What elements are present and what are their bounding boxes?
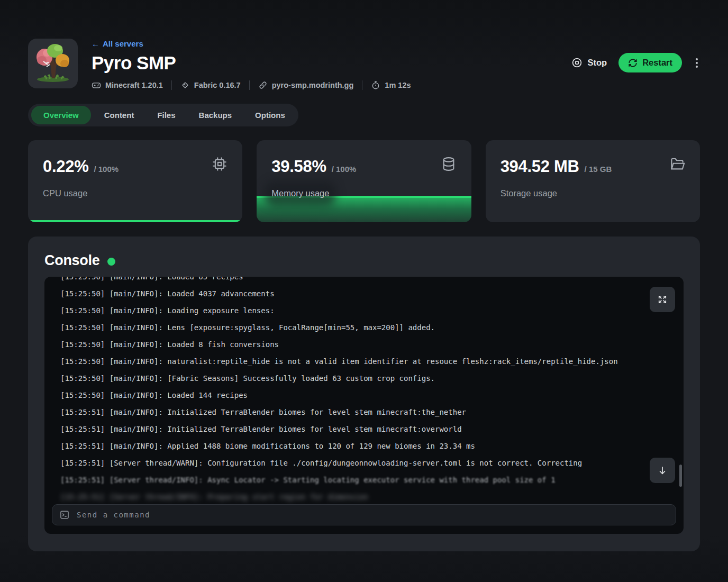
command-row [52,504,676,525]
arrow-down-icon [657,465,668,476]
server-meta-row: Minecraft 1.20.1Fabric 0.16.7pyro-smp.mo… [92,80,411,90]
memory-usage-label: Memory usage [271,188,329,198]
console-log-line: [15:25:51] [Server thread/INFO]: Async L… [60,471,684,488]
console-log-line: [15:25:50] [main/INFO]: naturalist:repti… [60,353,684,370]
console-title-row: Console [44,252,684,269]
tree-logo-icon [31,41,75,86]
cpu-icon [212,156,228,174]
meta-divider [362,80,362,90]
back-arrow-icon: ← [92,39,99,48]
server-avatar [28,39,78,88]
expand-console-button[interactable] [650,287,675,312]
tab-overview[interactable]: Overview [31,106,91,124]
storage-usage-total: / 15 GB [585,165,612,174]
stats-row: 0.22%/ 100%CPU usage39.58%/ 100%Memory u… [28,140,700,222]
loader-icon [180,80,190,90]
console-log-line: [15:25:51] [Server thread/WARN]: Configu… [60,454,684,471]
fullscreen-icon [657,294,668,305]
console-log-line: [15:25:51] [main/INFO]: Initialized Terr… [60,404,684,421]
scroll-to-bottom-button[interactable] [650,458,675,483]
memory-usage-total: / 100% [332,165,357,174]
console-log-line: [15:25:50] [main/INFO]: Loaded 4037 adva… [60,285,684,302]
cpu-usage-card: 0.22%/ 100%CPU usage [28,140,242,222]
storage-usage-label: Storage usage [501,188,557,198]
tabs-bar: OverviewContentFilesBackupsOptions [28,104,298,126]
server-meta-item[interactable]: pyro-smp.modrinth.gg [258,80,354,90]
console-log-line: [15:25:51] [main/INFO]: Initialized Terr… [60,421,684,438]
tab-files[interactable]: Files [147,106,185,124]
cpu-usage-total: / 100% [94,165,119,174]
memory-usage-value: 39.58% [271,157,326,176]
link-icon [258,80,268,90]
cpu-usage-value: 0.22% [43,157,88,176]
timer-icon [371,80,380,90]
command-input-wrap [52,504,676,525]
console-box: [15:25:50] [main/INFO]: Loaded 65 recipe… [44,277,684,534]
console-log-line: [15:25:50] [main/INFO]: Lens [exposure:s… [60,319,684,336]
storage-usage-value: 394.52 MB [501,157,579,176]
stop-button[interactable]: Stop [571,57,607,68]
console-log-line: [15:25:50] [main/INFO]: Loaded 8 fish co… [60,336,684,353]
server-info: ←All servers Pyro SMP Minecraft 1.20.1Fa… [92,39,411,90]
console-scrollbar-thumb[interactable] [679,465,682,487]
meta-text: Minecraft 1.20.1 [105,81,163,89]
console-log-line: [15:25:51] [main/INFO]: Applied 1488 bio… [60,438,684,454]
cpu-usage-meter [28,220,242,222]
terminal-icon [59,510,70,520]
server-meta-item: 1m 12s [371,80,411,90]
restart-button[interactable]: Restart [618,53,682,72]
server-page: ←All servers Pyro SMP Minecraft 1.20.1Fa… [0,0,728,551]
database-icon [441,156,457,174]
folder-icon [669,156,685,174]
console-log-line: [15:25:50] [main/INFO]: [Fabric Seasons]… [60,370,684,387]
console-log-line: [15:25:50] [main/INFO]: Loaded 144 recip… [60,387,684,404]
tab-content[interactable]: Content [94,106,144,124]
server-meta-item: Fabric 0.16.7 [180,80,241,90]
storage-usage-card: 394.52 MB/ 15 GBStorage usage [486,140,700,222]
console-log-area: [15:25:50] [main/INFO]: Loaded 65 recipe… [44,277,684,504]
page-title: Pyro SMP [92,52,411,74]
cpu-usage-label: CPU usage [43,188,87,198]
tab-options[interactable]: Options [245,106,295,124]
restart-icon [628,58,638,68]
header-actions: Stop Restart [571,39,700,72]
more-options-button[interactable] [694,56,700,70]
console-title: Console [44,252,99,269]
gamepad-icon [92,80,101,90]
tab-backups[interactable]: Backups [189,106,242,124]
memory-usage-meter [257,196,471,222]
console-log-line: [15:25:50] [main/INFO]: Loaded 65 recipe… [60,277,684,285]
console-log-line: [15:25:50] [main/INFO]: Loading exposure… [60,302,684,319]
memory-usage-card: 39.58%/ 100%Memory usage [257,140,471,222]
back-to-all-servers-link[interactable]: ←All servers [92,39,143,48]
kebab-icon [696,58,698,60]
server-header: ←All servers Pyro SMP Minecraft 1.20.1Fa… [28,39,700,90]
console-log-line: [15:25:51] [Server thread/INFO]: Prepari… [60,488,684,504]
console-card: Console [15:25:50] [main/INFO]: Loaded 6… [28,237,700,551]
meta-divider [171,80,172,90]
meta-text: Fabric 0.16.7 [194,81,241,89]
server-meta-item: Minecraft 1.20.1 [92,80,163,90]
online-status-dot [107,258,115,266]
command-input[interactable] [77,511,669,519]
meta-text: pyro-smp.modrinth.gg [272,81,354,89]
meta-text: 1m 12s [385,81,411,89]
meta-divider [249,80,250,90]
stop-circle-icon [571,57,583,68]
